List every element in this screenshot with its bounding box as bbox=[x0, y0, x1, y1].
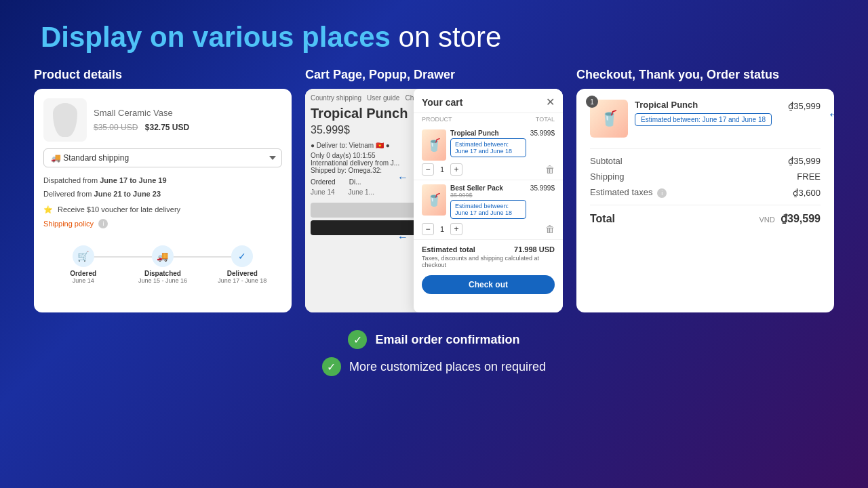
cart-item-2: 🥤 Best Seller Pack 35.999$ Estimated bet… bbox=[414, 180, 563, 240]
checkout-shipping-row: Shipping FREE bbox=[590, 171, 821, 182]
voucher-line: ⭐ Receive $10 voucher for late delivery bbox=[43, 205, 282, 214]
shipping-policy-line: Shipping policy i bbox=[43, 217, 282, 229]
cart-item-1-top: 🥤 Tropical Punch Estimated between: June… bbox=[422, 129, 555, 161]
cart-item-2-name: Best Seller Pack bbox=[450, 184, 526, 192]
ordered-label: Ordered bbox=[43, 270, 123, 277]
cart-item-1-estimated: Estimated between: June 17 and June 18 bbox=[450, 138, 526, 157]
cart-item-2-qty-num: 1 bbox=[437, 225, 448, 233]
checkout-subtotal-label: Subtotal bbox=[590, 156, 623, 166]
product-image bbox=[43, 98, 87, 142]
cart-est-note: Taxes, discounts and shipping calculated… bbox=[422, 255, 555, 268]
cart-panel-label: Cart Page, Popup, Drawer bbox=[305, 68, 563, 82]
cart-arrow-1: ← bbox=[397, 171, 408, 184]
checkout-total-currency: VND bbox=[759, 216, 774, 224]
cart-item-1-qty: − 1 + 🗑 bbox=[422, 163, 555, 176]
cart-item-2-qty: − 1 + 🗑 bbox=[422, 223, 555, 235]
checkout-item-image: 1 🥤 bbox=[590, 100, 628, 138]
delivered-icon: ✓ bbox=[231, 245, 253, 267]
cart-item-1-qty-num: 1 bbox=[437, 165, 448, 174]
cart-item-2-decrease[interactable]: − bbox=[422, 223, 434, 235]
shipping-policy-link[interactable]: Shipping policy bbox=[43, 220, 94, 228]
product-card: Small Ceramic Vase $35.00 USD $32.75 USD… bbox=[34, 89, 292, 312]
cart-col-total: TOTAL bbox=[536, 116, 555, 123]
ordered-date: June 14 bbox=[43, 277, 123, 284]
checkout-panel-label: Checkout, Thank you, Order status bbox=[576, 68, 834, 82]
cart-item-1: 🥤 Tropical Punch Estimated between: June… bbox=[414, 125, 563, 180]
cart-item-2-old-price: 35.999$ bbox=[450, 192, 526, 199]
cart-popup: Your cart ✕ PRODUCT TOTAL 🥤 Tropical Pun… bbox=[414, 89, 563, 312]
cart-est-value: 71.998 USD bbox=[514, 245, 555, 253]
product-name: Small Ceramic Vase bbox=[94, 108, 189, 118]
shipping-select[interactable]: 🚚 Standard shipping ✈️ Express shipping bbox=[43, 148, 282, 167]
cart-item-1-details: Tropical Punch Estimated between: June 1… bbox=[450, 129, 526, 159]
ordered-icon: 🛒 bbox=[73, 245, 94, 267]
cart-popup-title: Your cart bbox=[422, 97, 462, 108]
cart-item-2-increase[interactable]: + bbox=[450, 223, 462, 235]
checkout-subtotal-row: Subtotal ₫35,999 bbox=[590, 156, 821, 166]
cart-item-1-image: 🥤 bbox=[422, 129, 446, 161]
cart-close-button[interactable]: ✕ bbox=[546, 96, 555, 108]
cart-item-2-delete[interactable]: 🗑 bbox=[545, 224, 555, 235]
checkout-divider-1 bbox=[590, 148, 821, 149]
cart-estimated-total: Estimated total 71.998 USD Taxes, discou… bbox=[414, 240, 563, 271]
cart-item-2-top: 🥤 Best Seller Pack 35.999$ Estimated bet… bbox=[422, 184, 555, 220]
timeline-step-dispatched: 🚚 Dispatched June 15 - June 16 bbox=[123, 245, 202, 284]
timeline: 🛒 Ordered June 14 🚚 Dispatched June 15 -… bbox=[43, 239, 282, 284]
checkout-shipping-value: FREE bbox=[797, 171, 821, 182]
vase-shape bbox=[53, 103, 77, 137]
bottom-item-1: ✓ Email order confirmation bbox=[0, 330, 868, 349]
product-price-new: $32.75 USD bbox=[145, 123, 189, 132]
checkout-total-label: Total bbox=[590, 213, 615, 225]
info-icon: i bbox=[98, 219, 108, 228]
delivery-info: Dispatched from June 17 to June 19 Deliv… bbox=[43, 174, 282, 201]
checkout-item-badge: 1 bbox=[586, 96, 598, 108]
checkout-total-row: Total VND ₫39,599 bbox=[590, 205, 821, 225]
check-icon-2: ✓ bbox=[322, 357, 341, 376]
bottom-item-2: ✓ More customized places on required bbox=[0, 357, 868, 376]
product-info: Small Ceramic Vase $35.00 USD $32.75 USD bbox=[94, 108, 189, 133]
checkout-taxes-row: Estimated taxes i ₫3,600 bbox=[590, 187, 821, 198]
cart-item-1-price: 35.999$ bbox=[530, 129, 555, 137]
checkout-shipping-label: Shipping bbox=[590, 171, 625, 182]
cart-item-1-decrease[interactable]: − bbox=[422, 163, 434, 176]
cart-checkout-button[interactable]: Check out bbox=[422, 275, 555, 294]
checkout-arrow: ← bbox=[827, 106, 834, 122]
checkout-panel: Checkout, Thank you, Order status 1 🥤 Tr… bbox=[576, 68, 834, 312]
checkout-item-name: Tropical Punch bbox=[635, 100, 781, 110]
timeline-step-delivered: ✓ Delivered June 17 - June 18 bbox=[203, 245, 282, 284]
cart-col-product: PRODUCT bbox=[422, 116, 452, 123]
cart-item-1-delete[interactable]: 🗑 bbox=[545, 164, 555, 175]
cart-est-label: Estimated total bbox=[422, 245, 475, 253]
checkout-card: 1 🥤 Tropical Punch Estimated between: Ju… bbox=[576, 89, 834, 312]
title-normal: on store bbox=[391, 21, 501, 53]
cart-card: Country shipping User guide Change Tropi… bbox=[305, 89, 563, 312]
bottom-section: ✓ Email order confirmation ✓ More custom… bbox=[0, 330, 868, 376]
delivered-label: Delivered bbox=[203, 270, 282, 277]
cart-popup-header: Your cart ✕ bbox=[414, 89, 563, 113]
cart-panel: Cart Page, Popup, Drawer Country shippin… bbox=[305, 68, 563, 312]
cart-est-row: Estimated total 71.998 USD bbox=[422, 245, 555, 253]
cart-item-2-image: 🥤 bbox=[422, 184, 446, 216]
cart-item-1-increase[interactable]: + bbox=[450, 163, 462, 176]
cart-column-headers: PRODUCT TOTAL bbox=[414, 113, 563, 125]
checkout-taxes-value: ₫3,600 bbox=[793, 188, 821, 198]
checkout-taxes-label: Estimated taxes i bbox=[590, 187, 667, 198]
bottom-text-1: Email order confirmation bbox=[375, 333, 519, 347]
checkout-item-price: ₫35,999 bbox=[788, 100, 821, 111]
checkout-total-value: ₫39,599 bbox=[781, 213, 821, 224]
checkout-subtotal-value: ₫35,999 bbox=[788, 156, 821, 166]
title-highlight: Display on various places bbox=[41, 21, 391, 53]
page-title: Display on various places on store bbox=[0, 0, 868, 61]
dispatched-icon: 🚚 bbox=[152, 245, 174, 267]
product-card-inner: Small Ceramic Vase $35.00 USD $32.75 USD… bbox=[34, 89, 292, 312]
checkout-estimated-badge: Estimated between: June 17 and June 18 bbox=[635, 113, 772, 126]
product-details-panel: Product details Small Ceramic Vase $35.0… bbox=[34, 68, 292, 312]
checkout-item: 1 🥤 Tropical Punch Estimated between: Ju… bbox=[590, 100, 821, 138]
checkout-card-inner: 1 🥤 Tropical Punch Estimated between: Ju… bbox=[576, 89, 834, 312]
dispatched-label: Dispatched bbox=[123, 270, 202, 277]
cart-item-1-name: Tropical Punch bbox=[450, 129, 526, 137]
cart-arrow-2: ← bbox=[397, 231, 408, 243]
product-header: Small Ceramic Vase $35.00 USD $32.75 USD bbox=[43, 98, 282, 142]
checkout-total-right: VND ₫39,599 bbox=[759, 212, 821, 225]
timeline-step-ordered: 🛒 Ordered June 14 bbox=[43, 245, 123, 284]
